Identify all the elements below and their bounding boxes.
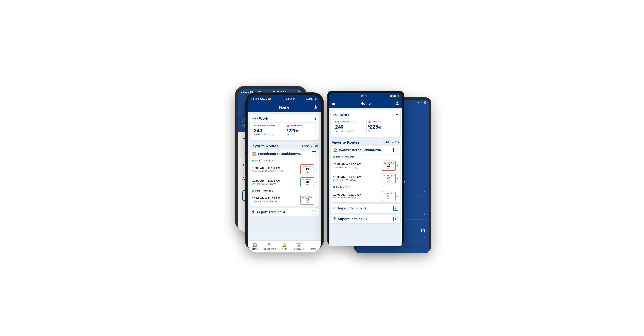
- android-collapse-btn[interactable]: −: [393, 148, 398, 152]
- android-dep-badge-gray: DEPARTING 48 min: [382, 191, 396, 201]
- android-balance-refresh[interactable]: ↻: [368, 130, 370, 132]
- balance-refresh-icon[interactable]: ↻: [287, 133, 289, 136]
- android-account-icon[interactable]: [395, 101, 399, 106]
- android-dep-min-2: 48: [384, 177, 394, 180]
- next-arrive-icon: ⏱: [268, 243, 272, 247]
- android-card-header: S key Work ♥: [333, 113, 398, 117]
- nav-next-to-arrive[interactable]: ⏱ Next-to-Arrive: [262, 243, 277, 250]
- android-dep-row-1[interactable]: 10:09 AM – 11:30 AM 3 min late #9155 to …: [331, 159, 400, 172]
- route-title-airport: ✈ Airport Terminal A: [252, 210, 286, 214]
- home-content: S key Work ♥ 🎫 Independen: [248, 112, 321, 240]
- android-septa-key-logo: S key: [333, 114, 339, 116]
- android-pass-label: 🎫 Independence Pass: [335, 121, 363, 123]
- section-actions: + Add ✏ Edit: [302, 145, 318, 148]
- android-airport-c-title: ✈ Airport Terminal C: [333, 217, 367, 221]
- account-icon[interactable]: [314, 105, 318, 110]
- nav-home[interactable]: 🏠 Home: [248, 243, 262, 250]
- nav-more[interactable]: ··· More: [306, 243, 321, 250]
- signal-dots: ●●●●●: [241, 91, 249, 94]
- android-airport-c-card: ✈ Airport Terminal C +: [331, 215, 400, 223]
- android-dep-arrow-3[interactable]: ›: [397, 194, 398, 198]
- route-title-warminster: 🚉 Warminster to Jenkintown...: [252, 151, 302, 156]
- android-dep-badge-red: DEPARTING 25 min: [382, 161, 396, 171]
- dep-arrow-2[interactable]: ›: [316, 181, 316, 184]
- expand-button-airport[interactable]: +: [312, 210, 316, 214]
- departure-row-2[interactable]: 10:09 AM – 11:30 AM On Time #9155 to Elw…: [250, 176, 319, 189]
- collapse-button[interactable]: −: [312, 151, 316, 156]
- dep-badge-red-1: DEPARTING 25 min: [300, 164, 314, 174]
- android-refresh-icon[interactable]: ↻: [352, 130, 354, 132]
- android-work-card: S key Work ♥ 🎫 Independen: [331, 110, 400, 137]
- android-expand-airport-c[interactable]: +: [393, 217, 398, 221]
- right-phone-group: 9:41 📶 📶 🔋 ☰ Home: [327, 91, 436, 245]
- dep-badge-min-label: min: [302, 171, 312, 173]
- android-expand-airport-a[interactable]: +: [393, 206, 398, 211]
- android-dep-row-2[interactable]: 10:09 AM – 11:30 AM On Time #9155 to Elw…: [331, 172, 400, 185]
- refresh-icon[interactable]: ↻: [271, 133, 273, 136]
- departure-info-3: 10:09 AM – 11:30 AM Scheduled #9155 to E…: [252, 197, 300, 203]
- on-time-text-1: On Time: [252, 183, 260, 185]
- android-dep-arrow-2[interactable]: ›: [397, 177, 398, 180]
- android-edit-routes[interactable]: ✏ Edit: [392, 141, 400, 144]
- iphone-home: ●●●●● CELL 📶 9:41 AM 100% 🔋 Home: [245, 92, 324, 250]
- android-dep-info-1: 10:09 AM – 11:30 AM 3 min late #9155 to …: [333, 163, 382, 169]
- dep-arrow-3[interactable]: ›: [316, 198, 316, 202]
- android-dep-times-1: 10:09 AM – 11:30 AM: [333, 163, 382, 166]
- signal-dots-home: ●●●●●: [251, 97, 259, 100]
- android-late-text: 3 min late: [333, 166, 343, 169]
- android-dep-info-2: 10:09 AM – 11:30 AM On Time #9155 to Elw…: [333, 176, 382, 182]
- septa-key-logo: S key: [252, 117, 258, 120]
- balance-value: $22500: [287, 128, 314, 133]
- favorites-header: Favorite Routes + Add ✏ Edit: [248, 142, 321, 149]
- scene: ●●●●● CELL 📶 9:41 AM 🔋 My Account: [0, 0, 644, 336]
- battery-icon-home: 🔋: [314, 97, 318, 101]
- route-num-2: #9155 to Elwyn: [261, 183, 276, 185]
- android-dep-arrow-1[interactable]: ›: [397, 164, 398, 167]
- balance-sub: ↻: [287, 133, 314, 136]
- departure-row-3[interactable]: 10:09 AM – 11:30 AM Scheduled #9155 to E…: [250, 193, 319, 206]
- left-status-home: ●●●●● CELL 📶: [251, 97, 272, 101]
- home-screen: ●●●●● CELL 📶 9:41 AM 100% 🔋 Home: [248, 95, 321, 252]
- status-bar-home: ●●●●● CELL 📶 9:41 AM 100% 🔋: [248, 95, 321, 103]
- android-wifi-icon: 📶: [390, 95, 392, 97]
- android-time: 9:41: [361, 94, 367, 98]
- android-dep-badge-green: DEPARTING 48 min: [382, 174, 396, 184]
- nav-alerts[interactable]: 🔔 Alerts: [277, 243, 292, 250]
- dep-badge-min-label-2: min: [302, 184, 312, 186]
- android-app-header: ☰ Home: [329, 99, 402, 108]
- card-items-row: 🎫 Independence Pass 240 trips until Jan.…: [252, 122, 316, 138]
- dep-status-3: Scheduled #9155 to Elwyn: [252, 200, 300, 203]
- dep-arrow-1[interactable]: ›: [316, 168, 316, 171]
- android-line-media: Media / Elwyn: [331, 185, 400, 190]
- edit-routes-button[interactable]: ✏ Edit: [310, 145, 318, 148]
- route-line-paoli: Paoli / Thorndale: [250, 158, 319, 163]
- android-heart-icon[interactable]: ♥: [396, 113, 398, 117]
- wallet-label: 👛 Travel Wallet: [287, 124, 314, 127]
- hamburger-icon[interactable]: ☰: [332, 101, 335, 106]
- android-home-screen: 9:41 📶 📶 🔋 ☰ Home: [329, 93, 402, 246]
- more-nav-icon: ···: [312, 243, 315, 247]
- nav-schedules[interactable]: 📅 Schedules: [292, 243, 306, 250]
- android-wallet-icon: 👛: [368, 121, 371, 123]
- work-card: S key Work ♥ 🎫 Independen: [250, 114, 319, 140]
- android-line-paoli: Paoli / Thorndale: [331, 154, 400, 159]
- departure-row-1[interactable]: 10:09 AM – 11:30 AM 3 min late #546 to 3…: [250, 163, 319, 176]
- train-icon: 🚉: [252, 151, 256, 156]
- android-home-content: S key Work ♥ 🎫 Independen: [329, 108, 402, 246]
- android-airport-icon-a: ✈: [333, 206, 336, 211]
- card-title: Work: [259, 116, 268, 121]
- android-trips-sub: trips until Jan. 31 ↻: [335, 130, 363, 132]
- android-chevron-2: ›: [424, 201, 425, 204]
- android-signal-icon: 📶: [393, 95, 396, 97]
- alerts-nav-icon: 🔔: [282, 243, 286, 247]
- android-home: 9:41 📶 📶 🔋 ☰ Home: [327, 91, 404, 245]
- android-train-icon: 🚉: [333, 148, 338, 152]
- dep-badge-min-1: 25: [302, 168, 312, 171]
- android-dep-row-3[interactable]: 10:09 AM – 11:30 AM Scheduled #9155 to E…: [331, 190, 400, 202]
- android-dep-status-1: 3 min late #9155 to Elwyn: [333, 166, 382, 169]
- scheduled-text-1: Scheduled: [252, 200, 262, 203]
- heart-icon[interactable]: ♥: [314, 117, 316, 121]
- add-route-button[interactable]: + Add: [302, 145, 308, 148]
- android-add-route[interactable]: + Add: [383, 141, 390, 144]
- line-dot-green2: [252, 190, 254, 192]
